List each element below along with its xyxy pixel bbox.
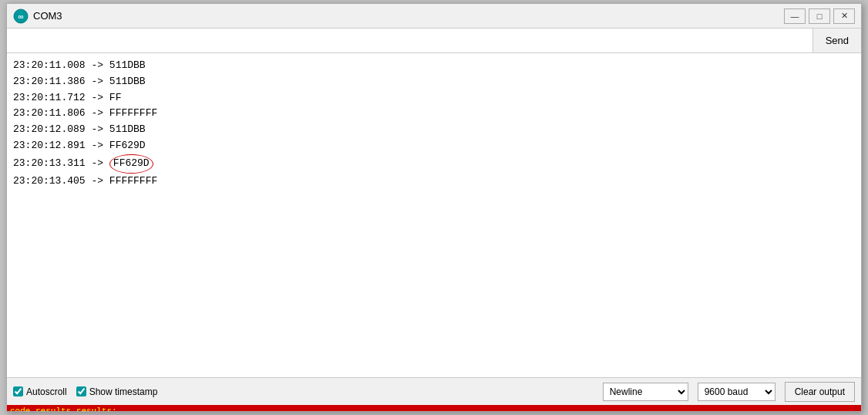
window-title: COM3 — [33, 10, 784, 22]
svg-text:∞: ∞ — [18, 12, 23, 21]
log-line: 23:20:11.386 -> 511DBB — [13, 74, 855, 90]
message-input[interactable] — [7, 29, 812, 52]
send-button[interactable]: Send — [812, 29, 861, 52]
log-line: 23:20:12.089 -> 511DBB — [13, 122, 855, 138]
log-line: 23:20:13.405 -> FFFFFFFF — [13, 174, 855, 190]
serial-monitor-window: ∞ COM3 — □ ✕ Send 23:20:11.008 -> 511DBB… — [6, 3, 862, 412]
baud-dropdown[interactable]: 300 baud1200 baud2400 baud4800 baud9600 … — [698, 383, 775, 401]
timestamp-group: Show timestamp — [76, 386, 158, 397]
bottom-code-text: code_results results; — [7, 407, 120, 411]
clear-output-button[interactable]: Clear output — [785, 382, 855, 402]
log-line: 23:20:11.008 -> 511DBB — [13, 58, 855, 74]
arduino-icon: ∞ — [13, 8, 29, 24]
highlighted-log-value: FF629D — [109, 154, 153, 174]
log-line: 23:20:11.712 -> FF — [13, 90, 855, 106]
timestamp-checkbox[interactable] — [76, 386, 86, 396]
status-bar: Autoscroll Show timestamp NewlineNo line… — [7, 377, 861, 405]
minimize-button[interactable]: — — [784, 8, 806, 24]
bottom-code-bar: code_results results; — [7, 405, 861, 411]
autoscroll-label[interactable]: Autoscroll — [26, 386, 67, 397]
output-content[interactable]: 23:20:11.008 -> 511DBB23:20:11.386 -> 51… — [7, 53, 861, 377]
newline-dropdown[interactable]: NewlineNo line endingCarriage returnBoth… — [603, 383, 688, 401]
autoscroll-group: Autoscroll — [13, 386, 67, 397]
window-controls: — □ ✕ — [784, 8, 855, 24]
log-line: 23:20:12.891 -> FF629D — [13, 138, 855, 154]
timestamp-label[interactable]: Show timestamp — [89, 386, 158, 397]
output-area: 23:20:11.008 -> 511DBB23:20:11.386 -> 51… — [7, 53, 861, 377]
close-button[interactable]: ✕ — [833, 8, 855, 24]
log-line: 23:20:11.806 -> FFFFFFFF — [13, 106, 855, 122]
input-bar: Send — [7, 29, 861, 53]
title-bar: ∞ COM3 — □ ✕ — [7, 4, 861, 29]
maximize-button[interactable]: □ — [809, 8, 830, 24]
log-line: 23:20:13.311 -> FF629D — [13, 154, 855, 174]
autoscroll-checkbox[interactable] — [13, 386, 23, 396]
